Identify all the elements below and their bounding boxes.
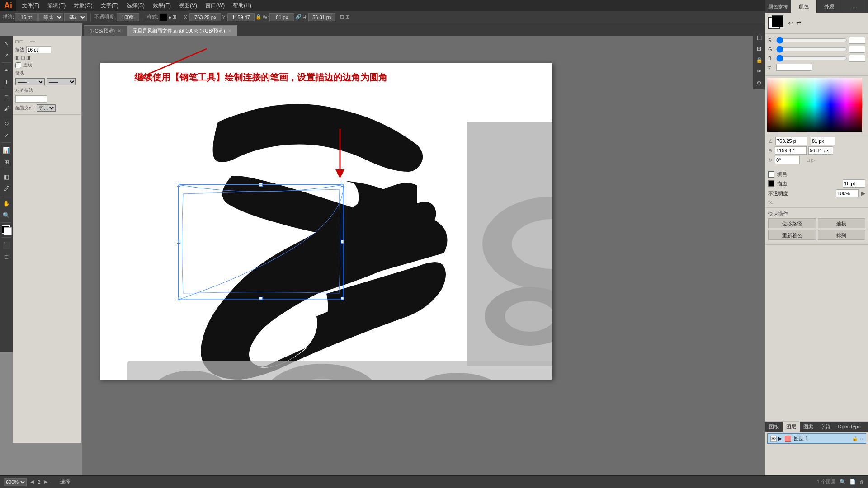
stroke-size-appear-input[interactable]	[843, 179, 865, 188]
r-slider[interactable]	[776, 38, 847, 42]
angle-input[interactable]	[775, 156, 800, 164]
h-coord-input[interactable]	[808, 146, 833, 155]
offset-path-btn[interactable]: 位移路径	[768, 218, 816, 228]
gradient-tool[interactable]: ◧	[1, 171, 12, 182]
menu-edit[interactable]: 编辑(E)	[44, 1, 69, 10]
r-tab-appearance[interactable]: 外观	[817, 0, 843, 13]
arrow-start-select[interactable]: ——	[15, 78, 45, 85]
recolor-btn[interactable]: 重新着色	[768, 230, 816, 240]
swap-fill-stroke-icon[interactable]: ⇄	[796, 19, 802, 27]
menu-effect[interactable]: 效果(E)	[149, 1, 175, 10]
panel-icon-4[interactable]: ✂	[754, 66, 764, 76]
tab-1-close[interactable]: ✕	[118, 28, 121, 33]
x-input[interactable]	[189, 13, 221, 21]
zoom-select[interactable]: 600%	[4, 478, 27, 486]
select-tool[interactable]: ↖	[1, 38, 12, 49]
w-input[interactable]	[269, 13, 294, 21]
zoom-tool[interactable]: 🔍	[1, 210, 12, 221]
stroke-type2-select[interactable]: 基本	[64, 13, 87, 21]
arrow-head-label: 箭头	[15, 70, 24, 76]
change-mode-btn[interactable]: ⬛	[1, 239, 12, 250]
style-grid-icon[interactable]: ⊞	[172, 14, 176, 20]
hex-input[interactable]: 000000	[776, 64, 812, 71]
l-tab-char[interactable]: 字符	[817, 422, 834, 432]
panel-icon-1[interactable]: ◫	[754, 33, 764, 42]
panel-icon-2[interactable]: ⊞	[754, 44, 764, 54]
layer-expand-icon[interactable]: ▶	[778, 436, 782, 441]
menu-object[interactable]: 对象(O)	[70, 1, 96, 10]
stroke-size-prop-input[interactable]	[26, 46, 51, 53]
shape-tool[interactable]: □	[1, 91, 12, 102]
menu-file[interactable]: 文件(F)	[18, 1, 43, 10]
link-icon[interactable]: 🔗	[295, 14, 302, 20]
r-tab-color[interactable]: 颜色	[791, 0, 817, 13]
panel-icon-5[interactable]: ⊕	[754, 78, 764, 88]
menu-view[interactable]: 视图(V)	[175, 1, 201, 10]
opacity-input[interactable]	[117, 13, 139, 21]
menu-text[interactable]: 文字(T)	[97, 1, 122, 10]
trash-icon[interactable]: 🗑	[859, 479, 864, 485]
b-value-input[interactable]: 0	[849, 55, 865, 62]
l-tab-opentype[interactable]: OpenType	[834, 422, 864, 432]
search-layers-icon[interactable]: 🔍	[840, 479, 846, 485]
r-tab-color-ref[interactable]: 颜色参考	[765, 0, 791, 13]
h-input[interactable]	[308, 13, 335, 21]
brush-tool[interactable]: 🖌	[1, 103, 12, 114]
fill-color-swatch[interactable]	[1, 225, 12, 235]
color-spectrum[interactable]	[767, 78, 862, 132]
config-select[interactable]: 等比	[37, 104, 56, 112]
fill-swatch[interactable]	[768, 15, 783, 31]
g-value-input[interactable]: 0	[849, 46, 865, 53]
l-tab-pattern[interactable]: 图案	[800, 422, 817, 432]
stroke-value-input[interactable]	[15, 13, 38, 21]
r-value-input[interactable]: 0	[849, 37, 865, 44]
nav-next-btn[interactable]: ▶	[44, 479, 47, 485]
hand-tool[interactable]: ✋	[1, 198, 12, 209]
graph-tool[interactable]: 📊	[1, 145, 12, 155]
color-canvas[interactable]	[767, 78, 862, 132]
tab-1[interactable]: (RGB/预览) ✕	[84, 25, 127, 36]
opacity-appear-row: 不透明度 ▶	[768, 189, 865, 197]
canvas-area[interactable]: 继续使用【钢笔工具】绘制连接的笔画，设置描边的边角为圆角	[82, 36, 765, 475]
fill-stroke-reset-icon[interactable]: ↩	[788, 19, 793, 27]
arrange-btn[interactable]: 排列	[818, 230, 866, 240]
join-btn[interactable]: 连接	[818, 218, 866, 228]
l-tab-layers[interactable]: 图层	[783, 422, 800, 432]
style-circle-icon[interactable]: ●	[168, 14, 171, 20]
add-layer-icon[interactable]: 📄	[849, 479, 856, 485]
align-input[interactable]	[15, 95, 47, 103]
x-coord-input[interactable]	[775, 137, 807, 145]
tab-2[interactable]: 元旦是风细雨文件.ai @ 100% (RGB/预览) ✕	[127, 25, 237, 36]
nav-prev-btn[interactable]: ◀	[30, 479, 34, 485]
menu-select[interactable]: 选择(S)	[123, 1, 148, 10]
direct-select-tool[interactable]: ↗	[1, 50, 12, 61]
tab-2-close[interactable]: ✕	[228, 28, 231, 33]
r-tab-more[interactable]: ...	[842, 0, 868, 13]
scale-tool[interactable]: ⤢	[1, 130, 12, 141]
y-input[interactable]	[227, 13, 255, 21]
opacity-appear-input[interactable]	[836, 189, 859, 197]
angle-row: ↻ ⊟ ▷	[768, 156, 865, 164]
layer-circle-icon[interactable]: ○	[860, 436, 863, 441]
style-color-swatch[interactable]	[159, 13, 167, 21]
g-slider[interactable]	[776, 47, 847, 52]
opacity-expand-icon[interactable]: ▶	[861, 190, 865, 197]
dash-checkbox[interactable]	[15, 62, 21, 68]
w-coord-input[interactable]	[811, 137, 835, 145]
l-tab-artboard[interactable]: 图板	[765, 422, 783, 432]
text-tool[interactable]: T	[1, 76, 12, 87]
b-slider[interactable]	[776, 56, 847, 61]
mesh-tool[interactable]: ⊞	[1, 156, 12, 167]
stroke-type-select[interactable]: 等比	[38, 13, 63, 21]
menu-window[interactable]: 窗口(W)	[202, 1, 228, 10]
arrow-end-select[interactable]: ——	[47, 78, 76, 85]
eyedropper-tool[interactable]: 🖊	[1, 183, 12, 194]
layer-visibility-toggle[interactable]: 👁	[770, 436, 777, 442]
y-coord-input[interactable]	[775, 146, 807, 155]
panel-icon-3[interactable]: 🔒	[754, 55, 764, 65]
screen-mode-btn[interactable]: □	[1, 251, 12, 262]
rotate-tool[interactable]: ↻	[1, 118, 12, 129]
layer-lock-icon[interactable]: 🔒	[852, 436, 858, 441]
menu-help[interactable]: 帮助(H)	[229, 1, 255, 10]
pen-tool[interactable]: ✒	[1, 65, 12, 75]
